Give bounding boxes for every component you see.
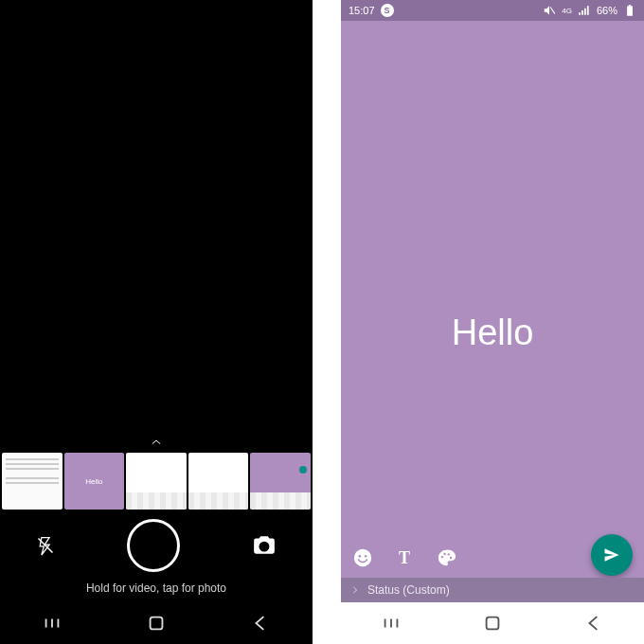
svg-rect-4: [629, 5, 631, 6]
recents-button[interactable]: [42, 613, 63, 634]
svg-point-8: [441, 556, 443, 558]
android-status-bar: 15:07 S 4G 66%: [341, 0, 644, 21]
font-icon[interactable]: T: [394, 547, 415, 568]
svg-rect-12: [487, 617, 499, 630]
gallery-thumb[interactable]: [188, 453, 249, 510]
gallery-thumb[interactable]: Hello: [64, 453, 125, 510]
mute-icon: [543, 4, 556, 17]
svg-rect-1: [151, 617, 163, 630]
emoji-icon[interactable]: [352, 547, 373, 568]
svg-point-6: [359, 555, 362, 558]
gallery-thumb-strip[interactable]: Hello: [0, 453, 313, 510]
home-button[interactable]: [482, 613, 503, 634]
signal-icon: [578, 4, 591, 17]
battery-percent: 66%: [597, 5, 617, 16]
chevron-up-icon[interactable]: [0, 436, 313, 451]
flash-off-icon[interactable]: [36, 534, 55, 557]
status-privacy-footer[interactable]: Status (Custom): [341, 578, 644, 602]
android-nav-bar: [0, 602, 313, 644]
back-button[interactable]: [583, 613, 604, 634]
camera-screen: Hello Hold for video, tap for photo: [0, 0, 313, 644]
switch-camera-icon[interactable]: [252, 533, 277, 558]
android-nav-bar: [341, 602, 644, 644]
camera-hint: Hold for video, tap for photo: [0, 576, 313, 602]
svg-point-10: [448, 553, 450, 555]
back-button[interactable]: [250, 613, 271, 634]
svg-rect-3: [627, 6, 633, 15]
svg-point-11: [450, 557, 452, 559]
send-button[interactable]: [591, 534, 633, 576]
chevron-right-icon: [350, 585, 360, 595]
camera-viewfinder[interactable]: [0, 0, 313, 436]
status-composer-screen: 15:07 S 4G 66% Hello T: [341, 0, 644, 644]
palette-icon[interactable]: [436, 547, 456, 568]
battery-icon: [623, 4, 636, 17]
gallery-thumb[interactable]: [250, 453, 311, 510]
composer-toolbar: T: [352, 547, 456, 568]
carrier-badge: S: [381, 4, 394, 17]
status-privacy-label: Status (Custom): [367, 583, 450, 597]
svg-point-9: [443, 553, 445, 555]
home-button[interactable]: [146, 613, 167, 634]
status-time: 15:07: [349, 5, 375, 16]
gallery-thumb-text: Hello: [85, 477, 102, 486]
status-text[interactable]: Hello: [452, 313, 534, 353]
svg-line-2: [550, 8, 555, 14]
screenshot-gap: [313, 0, 341, 644]
svg-point-7: [365, 555, 367, 558]
svg-point-5: [354, 549, 371, 566]
send-dot-icon: [299, 466, 307, 474]
recents-button[interactable]: [381, 613, 402, 634]
shutter-button[interactable]: [127, 519, 180, 572]
gallery-thumb[interactable]: [2, 453, 63, 510]
gallery-thumb[interactable]: [126, 453, 187, 510]
camera-controls: [0, 510, 313, 576]
network-type: 4G: [562, 7, 572, 15]
